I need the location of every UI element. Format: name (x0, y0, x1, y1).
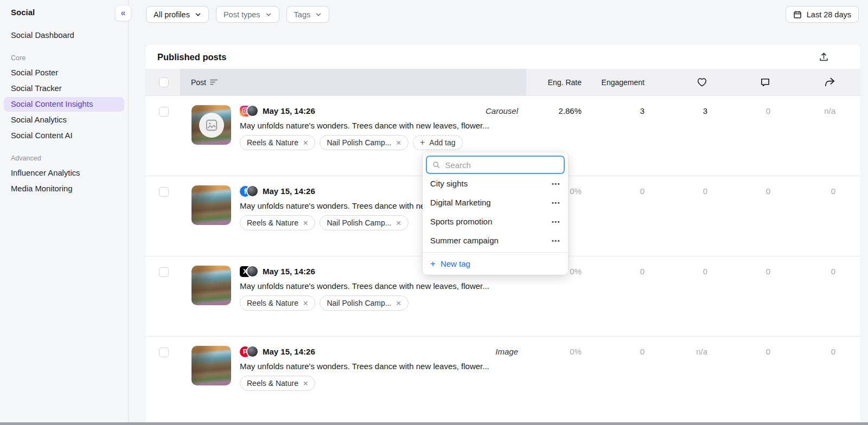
export-icon (819, 52, 829, 62)
engagement-value: 3 (582, 96, 644, 176)
engagement-value: 0 (582, 256, 644, 336)
likes-value: 3 (644, 96, 707, 176)
table-row: P May 15, 14:26 Image May unfolds nature… (145, 336, 860, 416)
panel-title: Published posts (157, 52, 818, 62)
post-tags: Reels & Nature✕ Nail Polish Camp...✕ +Ad… (240, 135, 518, 150)
sidebar-item-social-analytics[interactable]: Social Analytics (4, 113, 124, 127)
sidebar-item-social-content-insights[interactable]: Social Content Insights (4, 97, 124, 112)
sidebar-item-influencer-analytics[interactable]: Influencer Analytics (4, 166, 124, 181)
export-button[interactable] (818, 51, 830, 63)
column-header-likes[interactable] (644, 69, 707, 95)
carousel-overlay (199, 113, 224, 138)
sidebar-section-core: Core (11, 54, 128, 62)
remove-tag-icon[interactable]: ✕ (395, 219, 401, 227)
row-checkbox[interactable] (159, 267, 169, 277)
sidebar-section-advanced: Advanced (11, 154, 128, 162)
social-content-insights-page: Social Social Dashboard Core Social Post… (0, 0, 868, 425)
more-options-icon[interactable]: ••• (552, 199, 560, 206)
column-header-engagement[interactable]: Engagement (582, 69, 644, 95)
tag-option-sports-promotion[interactable]: Sports promotion ••• (423, 212, 568, 231)
post-tags: Reels & Nature✕ Nail Polish Camp...✕ (240, 295, 518, 311)
share-icon (824, 77, 835, 87)
more-options-icon[interactable]: ••• (552, 218, 560, 225)
comments-value: 0 (707, 96, 770, 176)
sidebar-item-social-poster[interactable]: Social Poster (4, 66, 124, 80)
shares-value: 0 (770, 176, 835, 256)
tag-chip[interactable]: Nail Polish Camp...✕ (320, 135, 409, 150)
tag-chip[interactable]: Reels & Nature✕ (240, 295, 315, 311)
post-thumbnail[interactable] (192, 266, 231, 305)
remove-tag-icon[interactable]: ✕ (303, 219, 308, 227)
tag-dropdown: City sights ••• Digital Marketing ••• Sp… (423, 152, 568, 275)
profile-avatar (247, 266, 258, 276)
post-types-filter-label: Post types (224, 10, 260, 19)
column-header-comments[interactable] (707, 69, 770, 95)
tag-option-digital-marketing[interactable]: Digital Marketing ••• (423, 193, 568, 212)
likes-value: n/a (644, 337, 707, 416)
tag-chip[interactable]: Nail Polish Camp...✕ (320, 295, 409, 311)
column-header-post[interactable]: Post (180, 69, 526, 95)
engagement-value: 0 (582, 176, 644, 256)
panel-header: Published posts (145, 45, 860, 69)
date-range-button[interactable]: Last 28 days (786, 6, 859, 23)
table-header: Post Eng. Rate Engagement (145, 69, 860, 95)
row-checkbox[interactable] (159, 187, 169, 197)
sidebar-item-media-monitoring[interactable]: Media Monitoring (4, 182, 124, 196)
post-date: May 15, 14:26 (263, 106, 315, 115)
post-types-filter-button[interactable]: Post types (216, 6, 279, 23)
tag-search-field (426, 156, 565, 174)
profile-avatar (247, 186, 258, 196)
date-range-label: Last 28 days (807, 10, 851, 19)
add-tag-button[interactable]: +Add tag (413, 135, 463, 150)
tag-chip[interactable]: Reels & Nature✕ (240, 215, 315, 230)
post-type-label: Carousel (486, 106, 518, 115)
post-thumbnail[interactable] (192, 346, 231, 385)
select-all-checkbox[interactable] (159, 78, 169, 87)
tag-chip[interactable]: Nail Polish Camp...✕ (320, 215, 409, 230)
profile-avatar (247, 346, 258, 357)
column-header-eng-rate[interactable]: Eng. Rate (526, 69, 582, 95)
tag-search-input[interactable] (445, 160, 558, 170)
post-thumbnail[interactable] (192, 185, 231, 225)
tag-chip[interactable]: Reels & Nature✕ (240, 135, 315, 150)
shares-value: n/a (770, 96, 835, 176)
likes-value: 0 (644, 176, 707, 256)
tag-chip[interactable]: Reels & Nature✕ (240, 376, 315, 391)
row-checkbox[interactable] (159, 347, 169, 357)
profiles-filter-label: All profiles (154, 10, 190, 19)
tag-option-city-sights[interactable]: City sights ••• (423, 174, 568, 193)
sidebar-item-social-tracker[interactable]: Social Tracker (4, 81, 124, 96)
new-tag-button[interactable]: + New tag (423, 253, 568, 275)
profiles-filter-button[interactable]: All profiles (146, 6, 209, 23)
tag-option-summer-campaign[interactable]: Summer campaign ••• (423, 231, 568, 250)
plus-icon: + (430, 259, 436, 269)
column-header-shares[interactable] (770, 69, 835, 95)
platform-icons: X (240, 266, 258, 277)
collapse-icon: « (121, 8, 126, 18)
sidebar: Social Social Dashboard Core Social Post… (0, 0, 129, 425)
likes-value: 0 (644, 256, 707, 336)
row-checkbox[interactable] (159, 107, 169, 117)
remove-tag-icon[interactable]: ✕ (303, 139, 308, 147)
more-options-icon[interactable]: ••• (552, 181, 560, 187)
horizontal-scrollbar[interactable] (0, 422, 868, 425)
sidebar-item-social-dashboard[interactable]: Social Dashboard (4, 28, 124, 43)
remove-tag-icon[interactable]: ✕ (303, 379, 308, 388)
search-icon (432, 160, 440, 169)
remove-tag-icon[interactable]: ✕ (395, 299, 401, 307)
post-tags: Reels & Nature✕ (240, 376, 518, 391)
post-column-label: Post (191, 78, 206, 87)
chevron-down-icon (265, 11, 272, 18)
post-cell: P May 15, 14:26 Image May unfolds nature… (180, 337, 526, 416)
profile-avatar (247, 106, 258, 116)
remove-tag-icon[interactable]: ✕ (395, 139, 401, 147)
shares-value: 0 (770, 337, 835, 416)
sidebar-collapse-button[interactable]: « (115, 5, 131, 21)
platform-icons: f (240, 186, 258, 197)
sidebar-item-social-content-ai[interactable]: Social Content AI (4, 128, 124, 143)
remove-tag-icon[interactable]: ✕ (303, 299, 308, 307)
post-thumbnail[interactable] (192, 105, 231, 145)
more-options-icon[interactable]: ••• (552, 237, 560, 244)
tags-filter-button[interactable]: Tags (286, 6, 330, 23)
post-date: May 15, 14:26 (263, 186, 315, 196)
